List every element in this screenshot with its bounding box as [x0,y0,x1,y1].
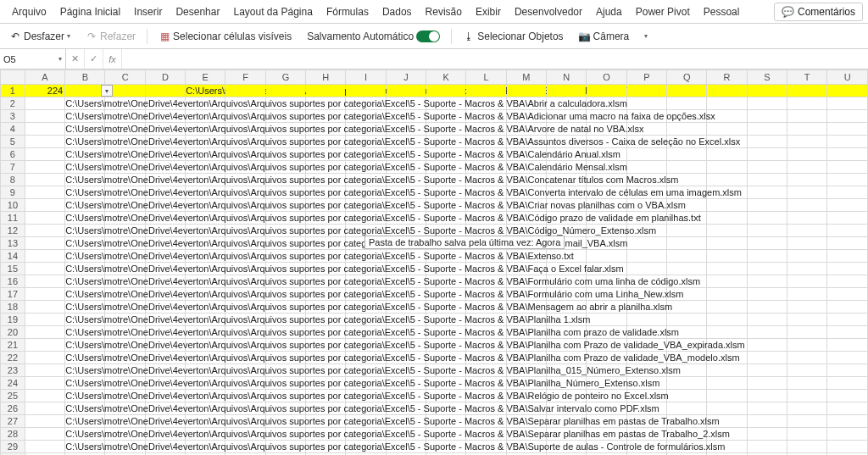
cell[interactable] [747,377,787,390]
cell[interactable] [707,441,747,453]
cell[interactable] [626,186,666,199]
cell[interactable] [265,441,305,453]
cell[interactable] [787,326,827,339]
cell[interactable] [225,237,265,250]
cell[interactable] [346,352,386,364]
cell[interactable] [667,339,707,352]
cell[interactable] [145,275,185,288]
cell[interactable] [466,97,506,110]
cell[interactable] [747,174,787,186]
cell[interactable] [707,199,747,212]
column-header-K[interactable]: K [426,70,466,85]
menu-item-exibir[interactable]: Exibir [469,3,508,21]
cell[interactable] [667,263,707,275]
cell[interactable] [346,174,386,186]
cell[interactable]: C:\Users\motre\OneDrive\4everton\Arquivo… [65,136,105,148]
cell[interactable] [827,136,868,148]
cell[interactable] [346,136,386,148]
menu-item-p-gina-inicial[interactable]: Página Inicial [53,3,127,21]
cell[interactable] [827,97,868,110]
cell[interactable] [386,110,426,123]
cell[interactable] [225,250,265,263]
cell[interactable] [265,263,305,275]
cell[interactable] [787,237,827,250]
cell[interactable] [145,377,185,390]
cell[interactable]: C:\Users\motre\OneDrive\4everton\Arquivo… [65,263,105,275]
menu-item-ajuda[interactable]: Ajuda [589,3,629,21]
cell[interactable] [707,390,747,402]
cell[interactable]: C:\Users\motre\OneDrive\4everton\Arquivo… [65,110,105,123]
cell[interactable] [506,123,546,136]
cell[interactable] [346,339,386,352]
cell[interactable] [547,377,587,390]
cell[interactable] [707,263,747,275]
cell[interactable] [707,428,747,441]
cell[interactable] [346,186,386,199]
menu-item-power-pivot[interactable]: Power Pivot [629,3,697,21]
cell[interactable] [506,97,546,110]
cell[interactable] [386,263,426,275]
cell[interactable] [547,123,587,136]
cell[interactable] [827,263,868,275]
cell[interactable] [306,339,346,352]
cell[interactable] [466,364,506,377]
cell[interactable] [547,339,587,352]
cell[interactable] [426,174,466,186]
cell[interactable] [225,441,265,453]
cell[interactable] [506,263,546,275]
cell[interactable] [827,225,868,237]
cell[interactable] [426,148,466,161]
cell[interactable] [306,110,346,123]
row-header[interactable]: 6 [1,148,25,161]
cell[interactable] [827,326,868,339]
cell[interactable] [306,148,346,161]
cell[interactable] [626,174,666,186]
cell[interactable] [626,288,666,301]
cell[interactable] [506,174,546,186]
cell[interactable] [426,441,466,453]
cell[interactable] [747,275,787,288]
cell[interactable] [386,85,426,97]
cell[interactable] [707,148,747,161]
cell[interactable] [25,136,64,148]
column-header-S[interactable]: S [747,70,787,85]
cell[interactable] [386,377,426,390]
cell[interactable] [105,161,145,174]
column-header-U[interactable]: U [827,70,868,85]
cell[interactable] [346,390,386,402]
cell[interactable] [25,288,64,301]
cell[interactable] [747,352,787,364]
cell[interactable] [386,174,426,186]
cell[interactable] [506,186,546,199]
cell[interactable] [265,174,305,186]
cell[interactable] [25,402,64,415]
cell[interactable] [225,364,265,377]
column-header-O[interactable]: O [587,70,626,85]
cell[interactable] [186,212,225,225]
column-header-H[interactable]: H [306,70,346,85]
row-header[interactable]: 8 [1,174,25,186]
cell[interactable] [547,97,587,110]
cell[interactable] [225,390,265,402]
cell[interactable] [145,85,185,97]
column-header-D[interactable]: D [145,70,185,85]
cell[interactable] [25,390,64,402]
cell[interactable] [145,148,185,161]
cell[interactable] [426,212,466,225]
menu-item-f-rmulas[interactable]: Fórmulas [320,3,376,21]
row-header[interactable]: 19 [1,314,25,326]
cell[interactable] [145,237,185,250]
cell[interactable] [547,288,587,301]
cell[interactable]: C:\Users\motre\OneDrive\4everton\Arquivo… [65,441,105,453]
cell[interactable] [506,148,546,161]
cell[interactable] [105,275,145,288]
cell[interactable] [587,402,626,415]
cell[interactable] [306,415,346,428]
cell[interactable] [667,314,707,326]
cell[interactable] [626,85,666,97]
cell[interactable] [306,441,346,453]
cell[interactable] [626,161,666,174]
cell[interactable] [747,85,787,97]
cell[interactable] [587,148,626,161]
cell[interactable] [466,339,506,352]
